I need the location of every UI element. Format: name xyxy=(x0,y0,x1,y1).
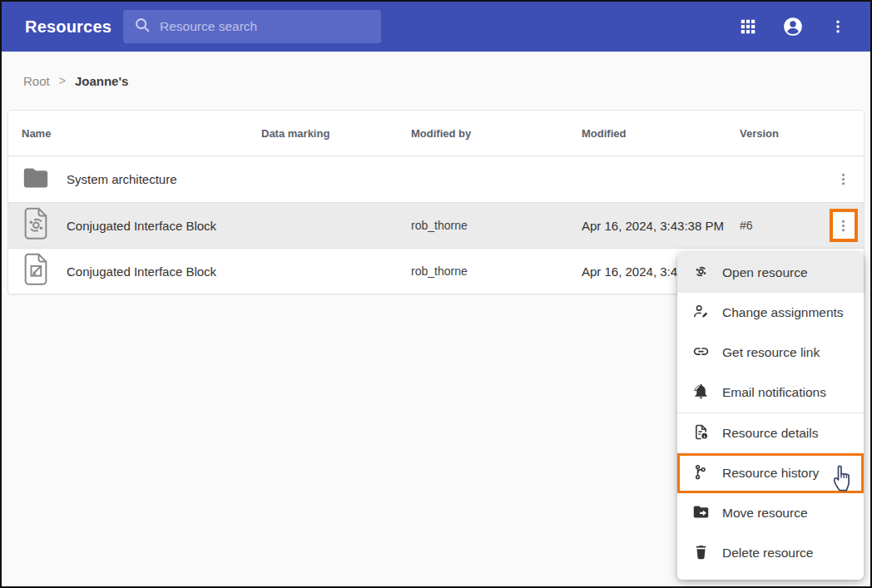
cell-version: #6 xyxy=(740,219,823,232)
breadcrumb-separator-icon: > xyxy=(59,74,66,87)
menu-item-label: Get resource link xyxy=(722,345,820,360)
cell-modified-by: rob_thorne xyxy=(411,219,582,232)
row-menu-icon[interactable] xyxy=(835,211,852,240)
menu-item-delete-resource[interactable]: Delete resource xyxy=(677,533,864,573)
overflow-menu-icon[interactable] xyxy=(827,16,849,37)
menu-item-label: Change assignments xyxy=(722,305,844,320)
menu-item-move-resource[interactable]: Move resource xyxy=(677,493,864,533)
resource-details-icon xyxy=(692,423,710,444)
app-window: Resources xyxy=(0,0,872,588)
menu-item-open-resource[interactable]: Open resource xyxy=(677,253,864,293)
menu-item-get-resource-link[interactable]: Get resource link xyxy=(677,333,864,373)
app-header: Resources xyxy=(2,2,870,52)
resource-name: Conjugated Interface Block xyxy=(67,264,216,279)
hand-cursor-icon xyxy=(830,461,855,496)
email-notifications-icon xyxy=(692,383,710,403)
row-menu-highlight-box xyxy=(830,209,858,242)
menu-item-label: Email notifications xyxy=(722,385,826,400)
resource-context-menu: Open resource Change assignments Get res… xyxy=(677,253,864,580)
resource-diagram-icon xyxy=(22,253,50,289)
get-resource-link-icon xyxy=(692,343,710,363)
resource-name: System architecture xyxy=(67,172,177,186)
cell-modified: Apr 16, 2024, 3:43:38 PM xyxy=(582,219,740,233)
search-input[interactable] xyxy=(160,19,371,34)
column-header-modified-by[interactable]: Modified by xyxy=(411,127,582,140)
table-row[interactable]: Conjugated Interface Block rob_thorne Ap… xyxy=(8,202,864,248)
menu-item-change-assignments[interactable]: Change assignments xyxy=(677,293,864,333)
breadcrumb-current: Joanne's xyxy=(75,74,128,88)
search-icon xyxy=(133,16,151,37)
column-header-version[interactable]: Version xyxy=(740,127,823,140)
menu-item-email-notifications[interactable]: Email notifications xyxy=(677,373,864,413)
change-assignments-icon xyxy=(692,303,710,324)
resource-search[interactable] xyxy=(123,10,381,43)
account-icon[interactable] xyxy=(782,16,804,37)
page-title: Resources xyxy=(25,17,123,37)
header-actions xyxy=(737,16,849,37)
menu-item-label: Resource details xyxy=(722,426,818,441)
cell-modified-by: rob_thorne xyxy=(411,264,582,278)
breadcrumb-root[interactable]: Root xyxy=(23,74,50,88)
delete-resource-icon xyxy=(692,543,710,564)
move-resource-icon xyxy=(692,503,710,524)
resource-history-icon xyxy=(692,463,710,484)
menu-item-label: Delete resource xyxy=(722,546,813,561)
apps-grid-icon[interactable] xyxy=(737,16,759,37)
menu-item-label: Move resource xyxy=(722,506,808,521)
resource-name: Conjugated Interface Block xyxy=(67,219,216,233)
table-header-row: Name Data marking Modified by Modified V… xyxy=(8,111,864,156)
menu-item-resource-details[interactable]: Resource details xyxy=(677,413,864,453)
column-header-modified[interactable]: Modified xyxy=(582,127,740,140)
column-header-name[interactable]: Name xyxy=(8,127,261,140)
breadcrumb: Root > Joanne's xyxy=(2,52,870,110)
open-resource-icon xyxy=(692,263,710,284)
column-header-data-marking[interactable]: Data marking xyxy=(261,127,411,140)
resource-block-icon xyxy=(22,207,50,244)
table-row[interactable]: System architecture xyxy=(8,156,864,202)
menu-item-label: Open resource xyxy=(722,265,808,280)
menu-item-label: Resource history xyxy=(722,466,819,481)
row-menu-icon[interactable] xyxy=(835,166,852,194)
folder-icon xyxy=(22,166,50,194)
